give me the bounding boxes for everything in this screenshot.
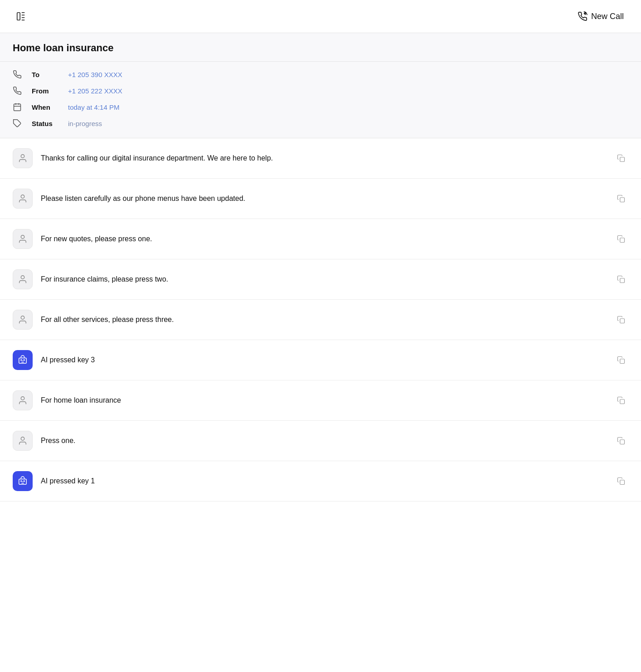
svg-point-14 [21, 195, 24, 198]
status-label: Status [32, 120, 68, 127]
copy-button[interactable] [614, 393, 628, 408]
person-icon [18, 194, 28, 204]
copy-button[interactable] [614, 151, 628, 166]
app-container: New Call Home loan insurance To +1 205 3… [0, 0, 641, 672]
call-meta-section: To +1 205 390 XXXX From +1 205 222 XXXX [0, 62, 641, 138]
svg-point-24 [21, 360, 22, 360]
svg-rect-13 [620, 157, 625, 162]
svg-point-30 [21, 437, 24, 440]
new-call-label: New Call [591, 12, 624, 21]
robot-icon [18, 355, 28, 365]
user-avatar [13, 310, 33, 330]
user-avatar [13, 148, 33, 168]
message-text: For all other services, please press thr… [41, 314, 606, 325]
when-label: When [32, 103, 68, 111]
sidebar-toggle-button[interactable] [13, 8, 29, 24]
copy-button[interactable] [614, 312, 628, 327]
user-avatar [13, 269, 33, 289]
message-item: For new quotes, please press one. [0, 219, 641, 259]
svg-point-25 [24, 360, 24, 360]
user-avatar [13, 189, 33, 209]
copy-button[interactable] [614, 232, 628, 246]
page-title-row: Home loan insurance [0, 33, 641, 62]
svg-point-28 [21, 397, 24, 400]
svg-rect-27 [620, 359, 625, 364]
person-icon [18, 436, 28, 446]
message-item: AI pressed key 3 [0, 340, 641, 380]
tag-icon [13, 119, 32, 128]
user-avatar [13, 229, 33, 249]
user-avatar [13, 431, 33, 451]
calendar-icon [13, 102, 32, 112]
copy-button[interactable] [614, 272, 628, 287]
svg-rect-17 [620, 238, 625, 243]
message-text: Press one. [41, 435, 606, 446]
svg-rect-7 [14, 104, 21, 111]
from-value: +1 205 222 XXXX [68, 87, 122, 95]
when-value: today at 4:14 PM [68, 103, 119, 111]
svg-rect-31 [620, 440, 625, 444]
meta-when-row: When today at 4:14 PM [13, 100, 628, 114]
header: New Call [0, 0, 641, 33]
person-icon [18, 153, 28, 163]
meta-to-row: To +1 205 390 XXXX [13, 67, 628, 82]
copy-icon [617, 235, 625, 243]
copy-button[interactable] [614, 474, 628, 488]
phone-plus-icon [578, 11, 588, 21]
message-item: Thanks for calling our digital insurance… [0, 138, 641, 179]
from-phone-icon [13, 86, 32, 95]
svg-point-34 [21, 481, 22, 482]
user-avatar [13, 390, 33, 410]
page-title: Home loan insurance [13, 42, 628, 54]
messages-list: Thanks for calling our digital insurance… [0, 138, 641, 672]
svg-rect-0 [17, 13, 20, 20]
copy-icon [617, 477, 625, 485]
message-item: For home loan insurance [0, 380, 641, 421]
message-text: For insurance claims, please press two. [41, 274, 606, 285]
message-text: AI pressed key 1 [41, 476, 606, 487]
svg-rect-19 [620, 278, 625, 283]
copy-icon [617, 275, 625, 283]
svg-point-18 [21, 276, 24, 279]
message-item: Please listen carefully as our phone men… [0, 179, 641, 219]
to-phone-icon [13, 70, 32, 79]
svg-rect-29 [620, 399, 625, 404]
message-text: For home loan insurance [41, 395, 606, 406]
svg-rect-21 [620, 319, 625, 323]
from-label: From [32, 87, 68, 95]
message-item: Press one. [0, 421, 641, 461]
copy-button[interactable] [614, 433, 628, 448]
svg-rect-15 [620, 198, 625, 202]
message-text: Please listen carefully as our phone men… [41, 193, 606, 204]
robot-icon [18, 476, 28, 486]
person-icon [18, 315, 28, 325]
ai-avatar [13, 350, 33, 370]
svg-point-12 [21, 155, 24, 158]
person-icon [18, 234, 28, 244]
new-call-button[interactable]: New Call [573, 9, 628, 24]
to-value: +1 205 390 XXXX [68, 71, 122, 78]
copy-button[interactable] [614, 191, 628, 206]
copy-icon [617, 356, 625, 364]
svg-point-16 [21, 235, 24, 239]
message-item: For all other services, please press thr… [0, 300, 641, 340]
copy-icon [617, 154, 625, 162]
copy-button[interactable] [614, 353, 628, 367]
copy-icon [617, 195, 625, 203]
person-icon [18, 274, 28, 284]
message-text: For new quotes, please press one. [41, 234, 606, 244]
meta-from-row: From +1 205 222 XXXX [13, 83, 628, 98]
copy-icon [617, 396, 625, 404]
svg-point-20 [21, 316, 24, 319]
message-text: AI pressed key 3 [41, 355, 606, 365]
status-value: in-progress [68, 120, 102, 127]
message-item: For insurance claims, please press two. [0, 259, 641, 300]
svg-rect-37 [620, 480, 625, 485]
sidebar-icon [16, 11, 26, 21]
copy-icon [617, 437, 625, 445]
to-label: To [32, 71, 68, 78]
message-item: AI pressed key 1 [0, 461, 641, 502]
ai-avatar [13, 471, 33, 491]
message-text: Thanks for calling our digital insurance… [41, 153, 606, 164]
svg-point-35 [24, 481, 24, 482]
